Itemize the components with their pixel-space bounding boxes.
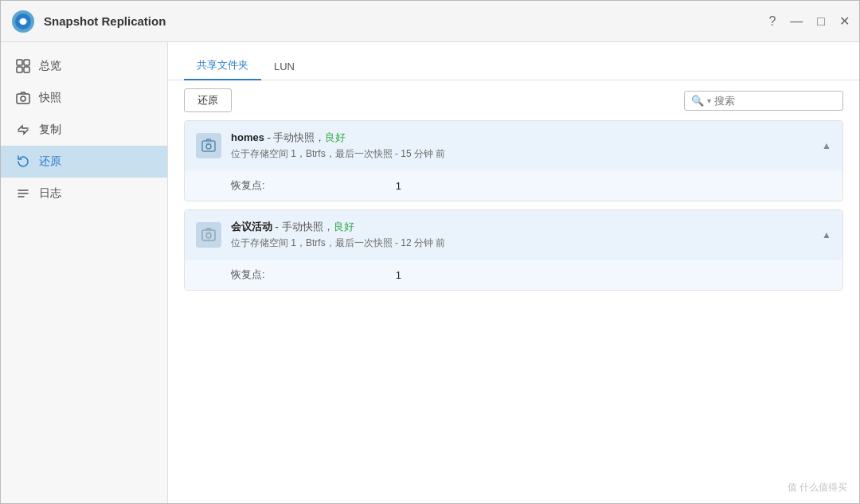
restore-point-value-homes: 1 [396,180,401,192]
folder-header-homes[interactable]: homes - 手动快照，良好 位于存储空间 1，Btrfs，最后一次快照 - … [185,121,842,170]
snapshot-type-meeting: 手动快照， [282,221,334,232]
folder-title-meeting: 会议活动 - 手动快照，良好 [231,220,822,234]
folder-title-homes: homes - 手动快照，良好 [231,131,822,145]
close-button[interactable]: ✕ [839,15,850,28]
search-icon: 🔍 [691,95,704,107]
folder-name-homes: homes [231,131,264,143]
folder-status-meeting: 良好 [334,221,354,232]
help-button[interactable]: ? [768,15,776,28]
folder-info-meeting: 会议活动 - 手动快照，良好 位于存储空间 1，Btrfs，最后一次快照 - 1… [231,220,822,250]
app-window: Snapshot Replication ? — □ ✕ 总览 [0,0,860,504]
log-icon [15,186,31,201]
titlebar: Snapshot Replication ? — □ ✕ [1,1,859,42]
snapshot-type-homes: 手动快照， [273,131,325,143]
sidebar-item-overview[interactable]: 总览 [1,50,167,82]
restore-button[interactable]: 还原 [184,88,232,112]
window-controls: ? — □ ✕ [768,15,850,28]
folder-subtitle-meeting: 位于存储空间 1，Btrfs，最后一次快照 - 12 分钟 前 [231,236,822,250]
grid-icon [15,58,31,74]
svg-point-15 [206,233,211,238]
tabs-bar: 共享文件夹 LUN [168,42,859,80]
tab-shared-folder[interactable]: 共享文件夹 [184,53,261,80]
sidebar-item-log[interactable]: 日志 [1,178,167,209]
svg-point-8 [21,96,25,101]
camera-icon [15,90,31,106]
toolbar: 还原 🔍 ▾ [168,80,859,120]
sidebar: 总览 快照 复制 [1,42,168,503]
search-box[interactable]: 🔍 ▾ [684,91,843,111]
search-dropdown-icon[interactable]: ▾ [707,96,711,105]
app-logo [10,9,36,34]
sidebar-item-snapshot[interactable]: 快照 [1,82,167,114]
folder-item-meeting: 会议活动 - 手动快照，良好 位于存储空间 1，Btrfs，最后一次快照 - 1… [184,209,843,291]
restore-point-label-homes: 恢复点: [231,178,265,193]
restore-point-value-meeting: 1 [396,269,401,281]
maximize-button[interactable]: □ [817,15,825,28]
folder-status-homes: 良好 [325,131,346,143]
items-list: homes - 手动快照，良好 位于存储空间 1，Btrfs，最后一次快照 - … [168,120,859,503]
folder-info-homes: homes - 手动快照，良好 位于存储空间 1，Btrfs，最后一次快照 - … [231,131,822,161]
folder-separator-homes: - [264,131,274,143]
sidebar-label-replicate: 复制 [39,123,61,137]
folder-subtitle-homes: 位于存储空间 1，Btrfs，最后一次快照 - 15 分钟 前 [231,147,822,161]
svg-rect-3 [17,60,22,65]
sidebar-label-log: 日志 [39,186,61,201]
svg-rect-12 [202,141,215,151]
sidebar-item-replicate[interactable]: 复制 [1,114,167,146]
sidebar-label-overview: 总览 [39,59,61,73]
minimize-button[interactable]: — [790,15,803,28]
folder-header-meeting[interactable]: 会议活动 - 手动快照，良好 位于存储空间 1，Btrfs，最后一次快照 - 1… [185,210,842,260]
folder-name-meeting: 会议活动 [231,221,272,232]
search-input[interactable] [714,95,836,107]
chevron-up-icon-meeting: ▲ [822,229,831,240]
folder-body-homes: 恢复点: 1 [185,170,842,201]
tab-lun[interactable]: LUN [261,56,307,80]
sidebar-label-restore: 还原 [39,154,61,169]
folder-snapshot-icon [196,133,221,158]
sidebar-label-snapshot: 快照 [39,91,61,105]
svg-rect-4 [24,60,29,65]
restore-point-label-meeting: 恢复点: [231,268,265,282]
app-title: Snapshot Replication [44,14,768,28]
replicate-icon [15,122,31,138]
svg-rect-5 [17,67,22,72]
svg-point-13 [206,144,211,149]
folder-snapshot-icon-meeting [196,222,221,248]
svg-rect-7 [17,94,29,104]
folder-separator-meeting: - [272,221,282,232]
main-layout: 总览 快照 复制 [1,42,859,503]
restore-icon [15,154,31,170]
svg-point-2 [20,18,26,25]
folder-item-homes: homes - 手动快照，良好 位于存储空间 1，Btrfs，最后一次快照 - … [184,120,843,201]
sidebar-item-restore[interactable]: 还原 [1,146,167,178]
svg-rect-14 [202,230,215,240]
content-area: 共享文件夹 LUN 还原 🔍 ▾ [168,42,859,503]
folder-body-meeting: 恢复点: 1 [185,260,842,290]
svg-rect-6 [24,67,29,72]
chevron-up-icon: ▲ [822,140,831,151]
